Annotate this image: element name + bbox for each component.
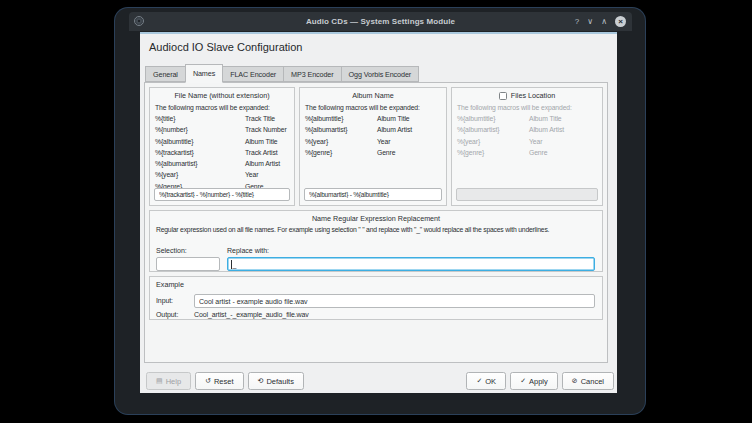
file-name-group-title: File Name (without extension) [150,88,294,100]
macro-token: %{albumartist} [155,158,245,169]
tab-general[interactable]: General [145,66,186,82]
revert-icon: ⟲ [258,377,264,385]
tab-mp3-encoder[interactable]: MP3 Encoder [283,66,341,82]
chevron-down-icon: ∨ [587,17,593,26]
defaults-button[interactable]: ⟲ Defaults [248,372,304,390]
album-name-group: Album Name The following macros will be … [299,87,447,206]
minimize-button[interactable]: ∨ [587,18,593,26]
titlebar[interactable]: Audio CDs — System Settings Module ? ∨ ∧… [129,12,632,31]
album-name-pattern-input[interactable] [304,188,442,201]
macro-token: %{albumartist} [305,124,377,135]
regex-description: Regular expression used on all file name… [156,226,549,233]
maximize-button[interactable]: ∧ [601,18,607,26]
macros-intro: The following macros will be expanded: [155,104,294,111]
reset-button[interactable]: ↺ Reset [195,372,243,390]
selection-input[interactable] [156,257,220,271]
regex-replacement-group: Name Regular Expression Replacement Regu… [149,210,603,272]
example-group: Example Input: Output: Cool_artist_-_exa… [149,276,603,320]
check-icon: ✓ [520,377,526,385]
help-button[interactable]: ▤ Help [146,372,191,390]
macro-token: %{title} [155,113,245,124]
macro-desc: Genre [377,147,446,158]
macro-list: %{albumtitle}Album Title %{albumartist}A… [305,113,446,158]
cancel-icon: ⊘ [572,377,578,385]
macro-desc: Year [245,169,294,180]
files-location-group: Files Location The following macros will… [451,87,603,206]
replace-with-label: Replace with: [227,247,269,254]
regex-group-title: Name Regular Expression Replacement [150,211,602,223]
chevron-up-icon: ∧ [601,17,607,26]
names-tab-panel: File Name (without extension) The follow… [144,82,608,363]
selection-label: Selection: [156,247,187,254]
reset-button-label: Reset [214,377,234,386]
macro-token: %{year} [155,169,245,180]
macro-token: %{trackartist} [155,147,245,158]
cancel-button-label: Cancel [581,377,604,386]
file-name-group: File Name (without extension) The follow… [149,87,295,206]
cancel-button[interactable]: ⊘ Cancel [562,372,614,390]
macro-desc: Track Artist [245,147,294,158]
macro-desc: Year [377,136,446,147]
window-title: Audio CDs — System Settings Module [129,17,632,26]
tab-bar: General Names FLAC Encoder MP3 Encoder O… [145,63,418,82]
example-input-label: Input: [156,297,173,304]
apply-button-label: Apply [529,377,548,386]
check-icon: ✓ [476,377,482,385]
album-name-group-title: Album Name [300,88,446,100]
macro-desc: Album Artist [245,158,294,169]
files-location-checkbox[interactable] [499,92,507,100]
help-icon: ▤ [156,377,163,385]
question-icon: ? [575,17,579,26]
files-location-checkbox-row[interactable]: Files Location [452,88,602,100]
macro-desc: Album Title [245,136,294,147]
macro-token: %{albumtitle} [457,113,529,124]
macro-list: %{title}Track Title %{number}Track Numbe… [155,113,294,192]
example-group-title: Example [156,280,184,289]
macro-desc: Year [529,136,602,147]
replace-with-input[interactable]: _ [227,257,595,271]
replace-with-value: _ [233,261,237,268]
window-frame: Audio CDs — System Settings Module ? ∨ ∧… [115,8,645,414]
macro-token: %{year} [457,136,529,147]
macro-desc: Album Artist [529,124,602,135]
tab-ogg-vorbis-encoder[interactable]: Ogg Vorbis Encoder [341,66,420,82]
close-button[interactable]: × [615,16,626,27]
macro-desc: Album Artist [377,124,446,135]
macro-desc: Album Title [529,113,602,124]
macro-token: %{year} [305,136,377,147]
macro-token: %{genre} [305,147,377,158]
tab-names[interactable]: Names [185,64,223,83]
help-button-label: Help [166,377,181,386]
macro-token: %{albumtitle} [155,136,245,147]
dialog-button-row: ▤ Help ↺ Reset ⟲ Defaults ✓ OK ✓ [146,372,614,390]
settings-module-content: Audiocd IO Slave Configuration General N… [140,32,617,393]
macro-token: %{albumartist} [457,124,529,135]
macro-desc: Genre [529,147,602,158]
macro-token: %{albumtitle} [305,113,377,124]
example-output-value: Cool_artist_-_example_audio_file.wav [194,311,309,318]
macro-list: %{albumtitle}Album Title %{albumartist}A… [457,113,602,158]
macros-intro: The following macros will be expanded: [305,104,446,111]
macro-desc: Track Number [245,124,294,135]
files-location-label: Files Location [511,91,555,100]
undo-icon: ↺ [205,377,211,385]
example-input-field[interactable] [194,294,595,308]
macro-desc: Track Title [245,113,294,124]
tab-flac-encoder[interactable]: FLAC Encoder [222,66,284,82]
apply-button[interactable]: ✓ Apply [510,372,558,390]
page-title: Audiocd IO Slave Configuration [149,41,302,53]
macro-token: %{genre} [457,147,529,158]
file-name-pattern-input[interactable] [154,188,290,201]
ok-button-label: OK [485,377,496,386]
files-location-pattern-input [456,188,598,201]
close-icon: × [618,18,623,26]
ok-button[interactable]: ✓ OK [466,372,506,390]
help-window-button[interactable]: ? [575,18,579,26]
macro-desc: Album Title [377,113,446,124]
example-output-label: Output: [156,311,178,318]
defaults-button-label: Defaults [266,377,294,386]
macro-token: %{number} [155,124,245,135]
macros-intro: The following macros will be expanded: [457,104,602,111]
